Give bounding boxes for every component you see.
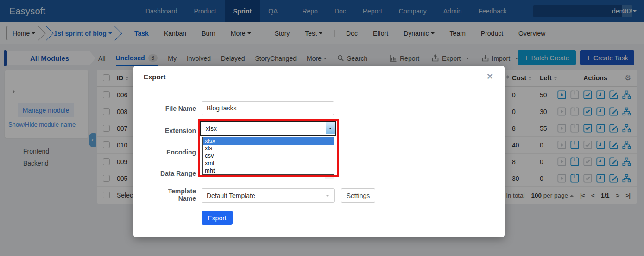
select-arrow-button[interactable] [326,122,335,134]
caret-down-icon [326,195,329,198]
export-dialog: Export ✕ File Name Blog tasks Extension … [133,66,505,237]
extension-option[interactable]: xml [203,160,334,167]
dialog-title: Export [144,73,166,81]
export-submit-button[interactable]: Export [202,211,233,225]
data-range-label: Data Range [133,170,196,177]
extension-option[interactable]: xls [203,145,334,152]
extension-option[interactable]: mht [203,167,334,174]
file-name-input[interactable]: Blog tasks [202,101,334,115]
app-screen: Easysoft Dashboard Product Sprint QA Rep… [0,0,644,256]
encoding-label: Encoding [133,148,196,156]
dialog-divider [143,91,495,91]
settings-button[interactable]: Settings [341,188,375,203]
extension-select[interactable]: xlsx [200,121,336,136]
close-icon[interactable]: ✕ [486,71,493,82]
caret-down-icon [328,128,332,131]
extension-option[interactable]: csv [203,152,334,160]
extension-option-list: xlsxxlscsvxmlmht [202,137,334,175]
template-name-label: Template Name [154,187,196,202]
template-select[interactable]: Default Template [202,188,335,203]
extension-option[interactable]: xlsx [203,137,334,145]
extension-label: Extension [133,127,196,134]
file-name-label: File Name [133,105,196,112]
